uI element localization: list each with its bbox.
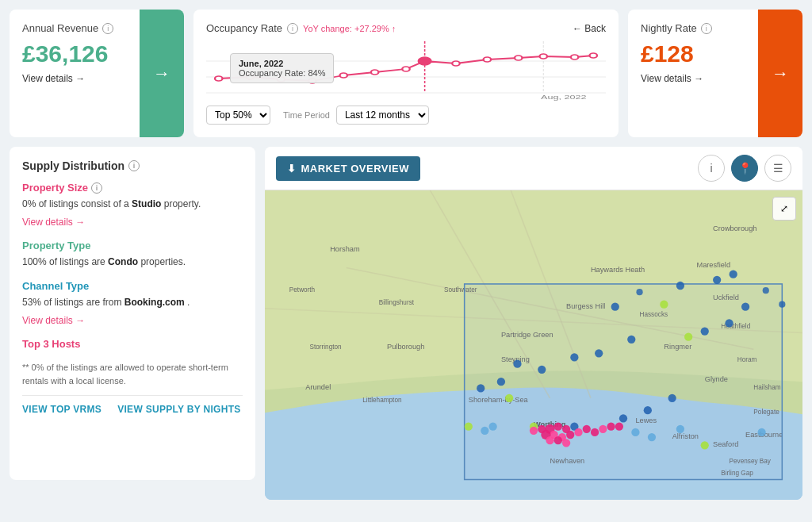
svg-point-94 bbox=[607, 423, 615, 431]
svg-text:Haywards Heath: Haywards Heath bbox=[591, 266, 645, 274]
svg-point-8 bbox=[308, 79, 316, 83]
property-type-text: 100% of listings are Condo properties. bbox=[22, 255, 243, 269]
percentile-filter: Top 50% Top 25% Top 75% bbox=[206, 106, 270, 125]
svg-point-101 bbox=[631, 428, 639, 436]
map-area: Horsham Crowborough Petworth Billingshur… bbox=[265, 190, 802, 500]
svg-point-9 bbox=[340, 73, 347, 78]
svg-point-72 bbox=[644, 406, 652, 414]
percentile-select[interactable]: Top 50% Top 25% Top 75% bbox=[206, 106, 270, 125]
svg-point-12 bbox=[419, 57, 431, 65]
svg-point-59 bbox=[713, 276, 721, 284]
svg-text:Storrington: Storrington bbox=[310, 344, 343, 351]
svg-point-67 bbox=[538, 366, 546, 374]
market-overview-button[interactable]: ⬇ MARKET OVERVIEW bbox=[276, 156, 420, 181]
supply-title: Supply Distribution i bbox=[22, 159, 243, 172]
map-panel: ⬇ MARKET OVERVIEW i 📍 ☰ bbox=[265, 147, 802, 500]
occupancy-chart-svg: Aug, 2022 bbox=[206, 37, 606, 101]
top-hosts-section: Top 3 Hosts bbox=[22, 338, 243, 350]
property-size-title: Property Size i bbox=[22, 182, 243, 194]
svg-point-76 bbox=[684, 333, 692, 341]
svg-point-10 bbox=[371, 70, 378, 75]
svg-point-18 bbox=[590, 53, 597, 58]
occupancy-info-icon[interactable]: i bbox=[287, 23, 298, 34]
svg-point-58 bbox=[676, 282, 684, 290]
channel-type-text: 53% of listings are from Booking.com . bbox=[22, 295, 243, 309]
top-hosts-title: Top 3 Hosts bbox=[22, 338, 243, 350]
arrow-right-icon: → bbox=[153, 63, 170, 84]
nightly-rate-view-details[interactable]: View details → bbox=[641, 73, 703, 84]
svg-point-71 bbox=[668, 394, 676, 402]
svg-point-93 bbox=[599, 425, 607, 433]
time-period-select[interactable]: Last 12 months Last 6 months Last 3 mont… bbox=[336, 106, 429, 125]
svg-point-88 bbox=[574, 428, 582, 436]
svg-rect-56 bbox=[465, 284, 783, 480]
view-top-vrms-link[interactable]: VIEW TOP VRMS bbox=[22, 404, 102, 415]
svg-point-17 bbox=[571, 55, 578, 59]
svg-point-7 bbox=[278, 77, 285, 82]
svg-point-92 bbox=[591, 428, 599, 436]
map-info-button[interactable]: i bbox=[698, 155, 725, 182]
map-header: ⬇ MARKET OVERVIEW i 📍 ☰ bbox=[265, 147, 802, 190]
svg-point-105 bbox=[636, 289, 642, 295]
license-text: ** 0% of the listings are allowed to ope… bbox=[22, 361, 243, 387]
svg-point-6 bbox=[246, 75, 253, 79]
svg-point-102 bbox=[648, 433, 656, 441]
svg-point-106 bbox=[763, 287, 769, 294]
supply-info-icon[interactable]: i bbox=[128, 160, 140, 171]
svg-point-63 bbox=[701, 327, 709, 335]
svg-point-98 bbox=[615, 423, 623, 431]
map-list-button[interactable]: ☰ bbox=[764, 155, 791, 182]
occupancy-label: Occupancy Rate bbox=[206, 22, 282, 34]
svg-point-97 bbox=[562, 439, 570, 447]
back-button[interactable]: ← Back bbox=[573, 23, 606, 34]
svg-point-13 bbox=[452, 61, 459, 66]
svg-point-68 bbox=[513, 359, 521, 367]
annual-revenue-info-icon[interactable]: i bbox=[102, 23, 113, 34]
svg-text:Horsham: Horsham bbox=[330, 245, 360, 253]
svg-point-95 bbox=[546, 436, 553, 444]
nightly-rate-arrow-button[interactable]: → bbox=[758, 10, 802, 137]
svg-text:Maresfield: Maresfield bbox=[696, 261, 730, 269]
channel-type-view-link[interactable]: View details → bbox=[22, 315, 85, 326]
annual-revenue-view-details[interactable]: View details → bbox=[22, 73, 85, 84]
svg-text:Littlehampton: Littlehampton bbox=[362, 397, 402, 404]
time-period-label: Time Period bbox=[283, 110, 330, 120]
fullscreen-button[interactable]: ⤢ bbox=[772, 197, 796, 221]
svg-point-64 bbox=[627, 336, 635, 344]
svg-point-57 bbox=[611, 303, 619, 311]
svg-point-16 bbox=[540, 54, 547, 59]
channel-type-title: Channel Type bbox=[22, 280, 243, 292]
svg-point-107 bbox=[779, 301, 785, 308]
svg-point-5 bbox=[215, 76, 222, 81]
property-size-view-link[interactable]: View details → bbox=[22, 217, 85, 228]
view-supply-by-nights-link[interactable]: VIEW SUPPLY BY NIGHTS bbox=[117, 404, 240, 415]
occupancy-rate-card: Occupancy Rate i YoY change: +27.29% ↑ ←… bbox=[193, 10, 619, 137]
annual-revenue-arrow-button[interactable]: → bbox=[140, 10, 184, 137]
property-size-info-icon[interactable]: i bbox=[91, 182, 102, 194]
svg-point-82 bbox=[554, 423, 562, 431]
svg-point-69 bbox=[497, 378, 505, 386]
property-size-text: 0% of listings consist of a Studio prope… bbox=[22, 197, 243, 211]
svg-text:Aug, 2022: Aug, 2022 bbox=[541, 93, 587, 100]
svg-point-91 bbox=[530, 427, 538, 435]
nightly-rate-info-icon[interactable]: i bbox=[701, 23, 712, 34]
svg-point-87 bbox=[566, 431, 574, 439]
svg-point-75 bbox=[660, 301, 668, 309]
time-period-filter: Time Period Last 12 months Last 6 months… bbox=[283, 106, 429, 125]
divider bbox=[22, 395, 243, 396]
svg-point-104 bbox=[676, 425, 684, 433]
svg-point-100 bbox=[489, 423, 497, 431]
map-svg: Horsham Crowborough Petworth Billingshur… bbox=[265, 190, 802, 500]
annual-revenue-card: Annual Revenue i £36,126 View details → … bbox=[10, 10, 184, 137]
occupancy-yoy: YoY change: +27.29% ↑ bbox=[303, 24, 396, 33]
svg-point-65 bbox=[595, 349, 603, 357]
map-pin-button[interactable]: 📍 bbox=[731, 155, 758, 182]
channel-type-section: Channel Type 53% of listings are from Bo… bbox=[22, 280, 243, 327]
svg-text:Crowborough: Crowborough bbox=[713, 225, 756, 232]
svg-point-11 bbox=[402, 67, 409, 71]
property-size-section: Property Size i 0% of listings consist o… bbox=[22, 182, 243, 228]
svg-text:Arundel: Arundel bbox=[305, 384, 331, 392]
download-icon: ⬇ bbox=[287, 163, 297, 175]
svg-point-77 bbox=[505, 394, 513, 402]
property-type-title: Property Type bbox=[22, 240, 243, 251]
